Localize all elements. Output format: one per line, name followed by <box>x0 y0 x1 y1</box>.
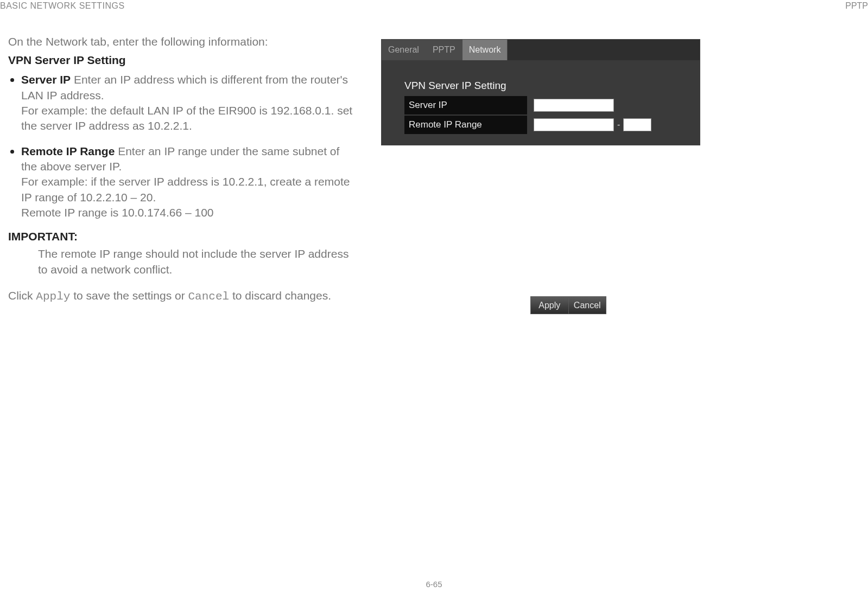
main-text-column: On the Network tab, enter the following … <box>8 34 356 305</box>
form-inputs <box>527 96 689 114</box>
running-header-left: BASIC NETWORK SETTINGS <box>0 1 125 11</box>
bullet-label-server-ip: Server IP <box>21 73 71 86</box>
form-row-remote-ip: Remote IP Range - <box>404 116 689 134</box>
closing-paragraph: Click Apply to save the settings or Canc… <box>8 288 356 304</box>
important-body: The remote IP range should not include t… <box>8 246 356 277</box>
page-number: 6-65 <box>426 580 442 589</box>
tab-general[interactable]: General <box>382 40 426 60</box>
tab-pptp[interactable]: PPTP <box>426 40 462 60</box>
bullet-list: Server IP Enter an IP address which is d… <box>8 72 356 220</box>
cancel-button[interactable]: Cancel <box>569 297 606 314</box>
panel-title: VPN Server IP Setting <box>404 80 700 92</box>
closing-post: to discard changes. <box>229 289 331 302</box>
tab-bar: General PPTP Network <box>382 40 700 60</box>
closing-pre: Click <box>8 289 36 302</box>
bullet-continuation: Remote IP range is 10.0.174.66 – 100 <box>21 205 356 220</box>
important-heading: IMPORTANT: <box>8 230 356 243</box>
apply-literal: Apply <box>36 290 70 303</box>
tab-bar-spacer <box>508 40 700 60</box>
bullet-desc: Enter an IP address which is different f… <box>21 73 348 101</box>
intro-text: On the Network tab, enter the following … <box>8 34 356 49</box>
bullet-continuation: For example: if the server IP address is… <box>21 174 356 205</box>
cancel-literal: Cancel <box>188 290 229 303</box>
form-label-server-ip: Server IP <box>404 100 527 111</box>
apply-button[interactable]: Apply <box>531 297 569 314</box>
bullet-label-remote-ip: Remote IP Range <box>21 145 115 157</box>
server-ip-input[interactable] <box>534 99 614 112</box>
list-item: Server IP Enter an IP address which is d… <box>21 72 356 133</box>
remote-ip-start-input[interactable] <box>534 118 614 131</box>
closing-mid: to save the settings or <box>70 289 188 302</box>
list-item: Remote IP Range Enter an IP range under … <box>21 144 356 221</box>
form-inputs: - <box>527 116 689 134</box>
section-subheading: VPN Server IP Setting <box>8 54 356 67</box>
bullet-continuation: For example: the default LAN IP of the E… <box>21 103 356 134</box>
range-dash: - <box>617 120 620 130</box>
running-header-right: PPTP <box>845 1 868 11</box>
screenshot-network-tab: General PPTP Network VPN Server IP Setti… <box>381 39 700 145</box>
form-row-server-ip: Server IP <box>404 96 689 114</box>
form-label-remote-ip: Remote IP Range <box>404 119 527 130</box>
panel-body: VPN Server IP Setting Server IP Remote I… <box>382 60 700 145</box>
tab-network[interactable]: Network <box>462 40 508 60</box>
screenshot-apply-cancel: Apply Cancel <box>530 296 606 314</box>
remote-ip-end-input[interactable] <box>623 118 651 131</box>
